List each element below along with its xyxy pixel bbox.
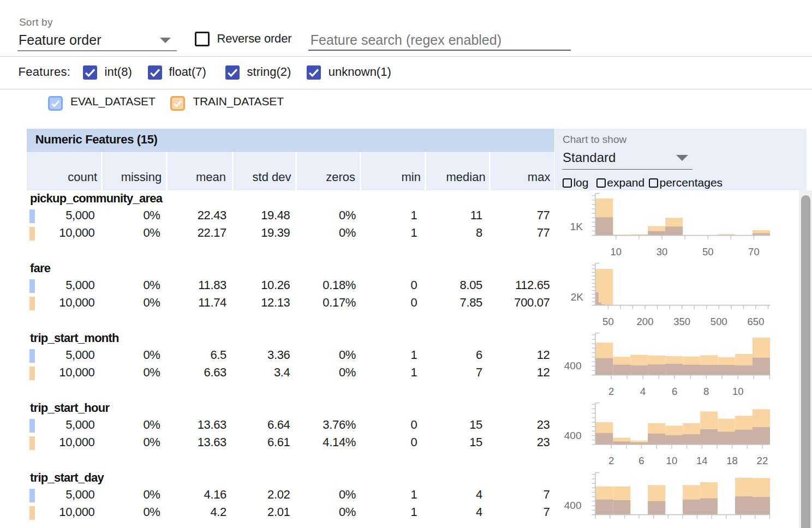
- svg-text:4: 4: [640, 386, 646, 397]
- svg-text:22: 22: [757, 455, 768, 466]
- svg-text:18: 18: [726, 455, 738, 466]
- svg-text:500: 500: [710, 316, 727, 327]
- svg-text:2: 2: [608, 455, 614, 466]
- svg-text:10: 10: [732, 386, 744, 397]
- svg-text:350: 350: [673, 316, 690, 327]
- svg-text:6: 6: [638, 455, 644, 466]
- svg-text:1K: 1K: [570, 221, 583, 232]
- svg-text:2: 2: [608, 386, 614, 397]
- svg-text:10: 10: [611, 246, 622, 257]
- svg-text:400: 400: [564, 430, 582, 441]
- svg-text:30: 30: [656, 246, 668, 257]
- svg-text:6: 6: [672, 386, 677, 397]
- svg-text:200: 200: [637, 316, 654, 327]
- svg-text:400: 400: [564, 500, 582, 511]
- svg-text:650: 650: [748, 316, 765, 327]
- svg-text:14: 14: [696, 455, 708, 466]
- svg-text:400: 400: [564, 360, 582, 371]
- svg-text:50: 50: [702, 246, 714, 257]
- svg-text:2K: 2K: [571, 291, 584, 303]
- svg-text:70: 70: [748, 246, 760, 257]
- svg-text:10: 10: [666, 455, 678, 466]
- svg-text:8: 8: [703, 386, 709, 397]
- svg-text:50: 50: [602, 316, 614, 327]
